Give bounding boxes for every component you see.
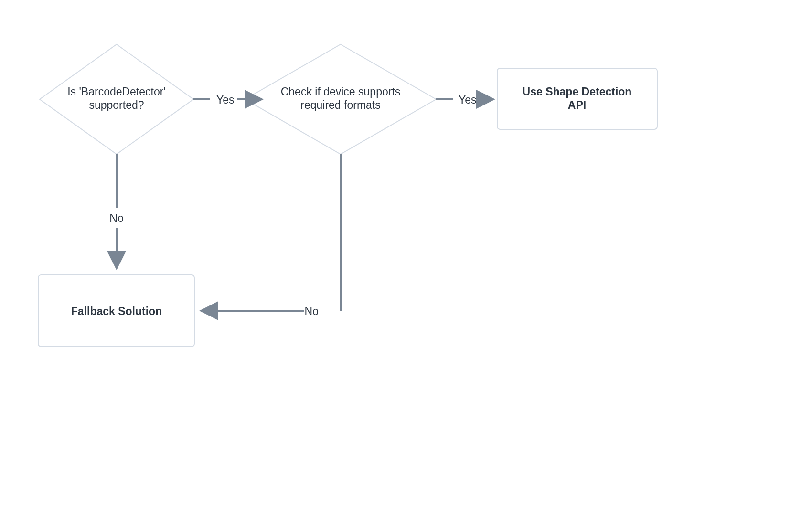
outcome-fallback-line1: Fallback Solution <box>71 305 162 317</box>
outcome-api-line1: Use Shape Detection <box>523 85 632 98</box>
outcome-shape-detection-api: Use Shape Detection API <box>497 68 657 129</box>
outcome-api-line2: API <box>568 99 586 111</box>
edge-no-1: No <box>109 154 123 268</box>
decision2-line1: Check if device supports <box>281 85 401 98</box>
edge-no-2: No <box>201 154 341 317</box>
flowchart-canvas: Is 'BarcodeDetector' supported? Check if… <box>0 0 812 505</box>
edge-no2-label: No <box>305 305 319 317</box>
edge-yes1-label: Yes <box>216 94 235 106</box>
decision1-line2: supported? <box>89 99 144 111</box>
edge-yes-2: Yes <box>436 94 493 106</box>
decision-device-formats: Check if device supports required format… <box>245 44 436 154</box>
outcome-fallback-solution: Fallback Solution <box>38 275 194 347</box>
decision2-line2: required formats <box>300 99 380 111</box>
edge-no1-label: No <box>109 212 123 224</box>
edge-yes2-label: Yes <box>459 94 477 106</box>
decision-barcode-detector: Is 'BarcodeDetector' supported? <box>40 44 193 154</box>
decision1-line1: Is 'BarcodeDetector' <box>67 85 166 98</box>
